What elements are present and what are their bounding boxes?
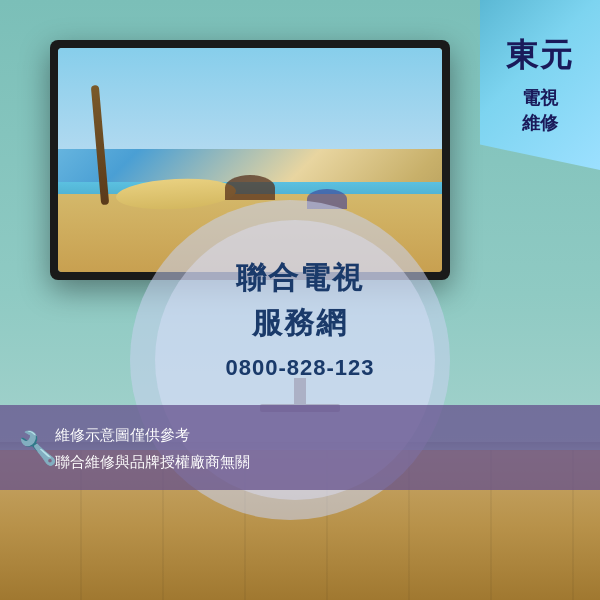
tools-icon: 🔧 (18, 429, 58, 467)
disclaimer-text: 維修示意圖僅供參考 聯合維修與品牌授權廠商無關 (55, 421, 250, 475)
umbrella (225, 175, 275, 200)
beach-sky (58, 48, 442, 149)
bottom-disclaimer-bar: 🔧 維修示意圖僅供參考 聯合維修與品牌授權廠商無關 (0, 405, 600, 490)
brand-box: 東元 電視 維修 (480, 0, 600, 170)
service-text-area: 聯合電視 服務網 0800-828-123 (0, 255, 600, 381)
brand-name: 東元 (506, 34, 574, 78)
brand-service-type: 電視 維修 (522, 86, 558, 136)
main-container: 東元 電視 維修 聯合電視 服務網 0800-828-123 🔧 維修示意圖僅供… (0, 0, 600, 600)
service-title: 聯合電視 服務網 (0, 255, 600, 345)
service-phone: 0800-828-123 (0, 355, 600, 381)
